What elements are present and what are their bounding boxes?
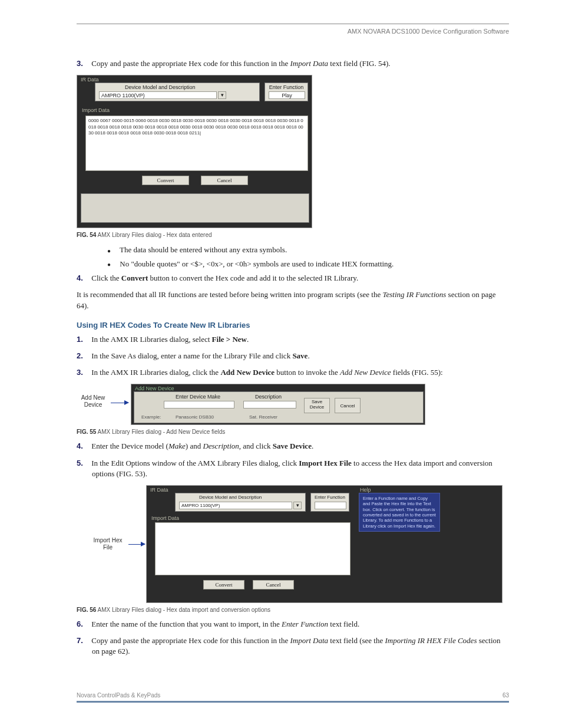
page-number: 63 (503, 692, 509, 699)
t: text field (see the (328, 636, 385, 645)
t: , and click (239, 442, 273, 450)
device-model-field[interactable]: AMPRO 1100(VP) (99, 91, 217, 99)
help-label: Help (360, 487, 371, 493)
fig-56: Import Hex File IR Data Device Model and… (77, 485, 509, 613)
bullet-icon: ● (107, 246, 118, 255)
fig-56-caption: FIG. 56 AMX Library Files dialog - Hex d… (77, 607, 509, 613)
enter-function-field[interactable] (315, 502, 346, 509)
t: In the Edit Options window of the AMX Li… (91, 459, 299, 467)
step-2b: 2. In the Save As dialog, enter a name f… (92, 351, 509, 361)
t: fields (FIG. 55): (391, 368, 443, 377)
fig-55-caption-b: FIG. 55 (77, 429, 96, 435)
cancel-button[interactable]: Cancel (335, 398, 361, 413)
t: Add New Device (220, 368, 275, 377)
t: button to invoke the (275, 368, 340, 377)
add-new-device-panel: Enter Device Make Description Save Devic… (134, 391, 424, 423)
import-data-label: Import Data (151, 515, 179, 521)
enter-function-label: Enter Function (265, 84, 308, 90)
device-model-label: Device Model and Description (199, 495, 262, 500)
cancel-button[interactable]: Cancel (253, 580, 294, 589)
bullet-1: ● The data should be entered without any… (118, 244, 509, 256)
t: text field. (328, 620, 359, 628)
example-label: Example: (141, 414, 161, 420)
t: Add New Device (340, 368, 391, 377)
bullet-icon: ● (107, 260, 118, 269)
desc-field[interactable] (243, 401, 296, 409)
t: File > New (212, 335, 247, 344)
callout-add-new-device: Add New Device (75, 394, 111, 409)
step-4: 4. Click the Convert button to convert t… (92, 273, 509, 284)
step-text: Copy and paste the appropriate Hex code … (91, 59, 290, 68)
device-model-field[interactable]: AMPRO 1100(VP) (179, 502, 292, 509)
step-3: 3. Copy and paste the appropriate Hex co… (92, 58, 509, 69)
fig-54-caption-t: AMX Library Files dialog - Hex data ente… (96, 232, 211, 238)
t: Import Hex File (299, 459, 352, 467)
t: In the AMX IR Libraries dialog, click th… (91, 368, 220, 377)
t: . (312, 442, 313, 450)
import-data-textarea[interactable] (155, 522, 351, 575)
make-field[interactable] (164, 401, 234, 409)
device-model-panel: Device Model and Description AMPRO 1100(… (175, 493, 306, 512)
t: . (247, 335, 249, 344)
callout-import-hex-file: Import Hex File (87, 537, 128, 551)
t: Convert (121, 274, 148, 282)
example-desc: Sat. Receiver (249, 414, 277, 420)
fig-55-caption: FIG. 55 AMX Library Files dialog - Add N… (77, 429, 509, 435)
convert-button[interactable]: Convert (203, 580, 244, 589)
t: Save Device (273, 442, 312, 450)
step-1b: 1. In the AMX IR Libraries dialog, selec… (92, 334, 509, 345)
header-rule (77, 24, 509, 24)
step-num: 3. (77, 58, 90, 69)
fig-54-image: IR Data Device Model and Description AMP… (77, 75, 312, 228)
t: button to convert the Hex code and add i… (148, 274, 358, 282)
edit-options-panel (81, 193, 309, 223)
arrow-icon (111, 403, 128, 403)
add-new-device-group-label: Add New Device (135, 386, 174, 391)
import-data-label: Import Data (82, 107, 110, 113)
step-text-em: Import Data (290, 59, 328, 68)
step-num: 3. (77, 367, 90, 378)
fig-56-image: IR Data Device Model and Description AMP… (146, 485, 503, 603)
fig-54-caption-b: FIG. 54 (77, 232, 96, 238)
enter-function-panel: Enter Function Play (265, 83, 308, 101)
bullet-text: No "double quotes" or <$>, <0x>, or <0h>… (120, 259, 394, 268)
step-num: 6. (77, 619, 90, 630)
footer-left: Novara ControlPads & KeyPads (77, 692, 160, 699)
step-5b: 5. In the Edit Options window of the AMX… (92, 458, 509, 479)
import-data-textarea[interactable]: 0000 0067 0000 0015 0060 0018 0030 0018 … (85, 116, 308, 171)
convert-button[interactable]: Convert (142, 176, 189, 185)
fig-56-caption-t: AMX Library Files dialog - Hex data impo… (96, 607, 270, 613)
dropdown-icon[interactable]: ▾ (218, 91, 226, 99)
t: Enter the Device model ( (91, 442, 168, 450)
step-num: 4. (77, 273, 90, 284)
step-text-tail: text field (FIG. 54). (328, 59, 390, 68)
make-label: Enter Device Make (176, 394, 220, 400)
t: . (308, 351, 309, 360)
section-heading: Using IR HEX Codes To Create New IR Libr… (77, 321, 509, 330)
page-content: 3. Copy and paste the appropriate Hex co… (77, 58, 509, 657)
t: Save (292, 351, 308, 360)
dropdown-icon[interactable]: ▾ (293, 502, 302, 509)
t: Importing IR HEX File Codes (385, 636, 477, 645)
ir-data-label: IR Data (150, 487, 168, 493)
fig-54-caption: FIG. 54 AMX Library Files dialog - Hex d… (77, 232, 509, 238)
fig-54: IR Data Device Model and Description AMP… (77, 75, 509, 238)
desc-label: Description (255, 394, 282, 400)
t: Click the (91, 274, 121, 282)
step-num: 2. (77, 351, 90, 361)
fig-56-caption-b: FIG. 56 (77, 607, 96, 613)
save-device-button[interactable]: Save Device (304, 398, 330, 413)
enter-function-field[interactable]: Play (269, 91, 305, 99)
cancel-button[interactable]: Cancel (201, 176, 248, 185)
step-num: 7. (77, 635, 90, 646)
t: Copy and paste the appropriate Hex code … (91, 636, 290, 645)
device-model-panel: Device Model and Description AMPRO 1100(… (95, 83, 260, 101)
t: Enter the name of the function that you … (91, 620, 282, 628)
step-4b: 4. Enter the Device model (Make) and Des… (92, 441, 509, 452)
t: In the AMX IR Libraries dialog, select (91, 335, 211, 344)
arrow-icon (128, 544, 145, 545)
ir-data-label: IR Data (81, 77, 99, 83)
page-header: AMX NOVARA DCS1000 Device Configuration … (77, 28, 509, 35)
fig-55-image: Add New Device Enter Device Make Descrip… (131, 384, 425, 425)
example-make: Panasonic DSB30 (176, 414, 214, 420)
